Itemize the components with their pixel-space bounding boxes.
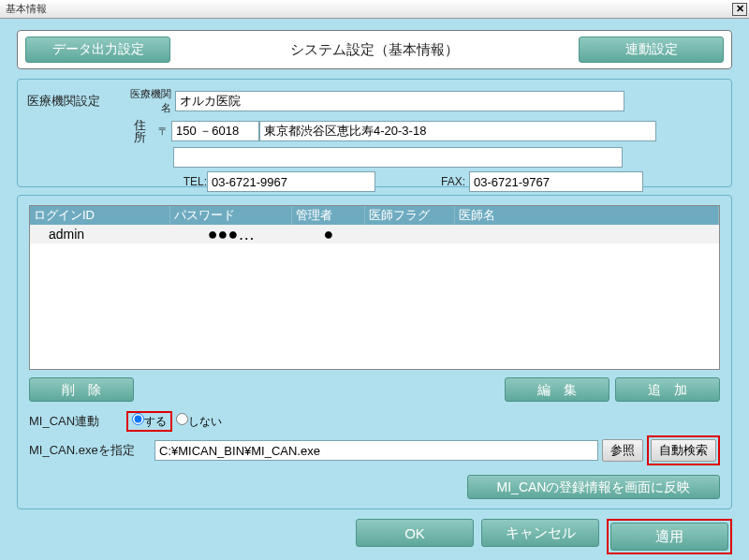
radio-yes[interactable]: する	[132, 415, 167, 428]
close-icon[interactable]: ✕	[732, 3, 747, 16]
ok-button[interactable]: OK	[356, 519, 474, 547]
fax-input[interactable]	[469, 171, 643, 192]
users-section: ログインID パスワード 管理者 医師フラグ 医師名 admin ●●●… ● …	[17, 195, 732, 509]
zip-input[interactable]	[171, 121, 259, 141]
link-settings-button[interactable]: 連動設定	[579, 37, 724, 63]
th-admin: 管理者	[292, 206, 365, 225]
table-row[interactable]: admin ●●●… ●	[30, 225, 719, 243]
reflect-button[interactable]: MI_CANの登録情報を画面に反映	[467, 475, 720, 499]
facility-name-label: 医療機関名	[121, 87, 175, 115]
mican-path-label: MI_CAN.exeを指定	[29, 442, 151, 459]
facility-section-label: 医療機関設定	[27, 93, 121, 110]
mican-link-label: MI_CAN連動	[29, 413, 123, 430]
mican-path-input[interactable]	[154, 440, 598, 461]
window-title: 基本情報	[2, 2, 47, 16]
tel-input[interactable]	[207, 171, 375, 192]
apply-button[interactable]: 適用	[610, 523, 728, 551]
users-table[interactable]: ログインID パスワード 管理者 医師フラグ 医師名 admin ●●●… ●	[29, 205, 720, 370]
radio-no[interactable]: しない	[176, 413, 222, 430]
cancel-button[interactable]: キャンセル	[481, 519, 599, 547]
cell-admin: ●	[292, 225, 365, 244]
th-doctor-flag: 医師フラグ	[365, 206, 455, 225]
th-password: パスワード	[170, 206, 292, 225]
auto-search-button[interactable]: 自動検索	[651, 439, 716, 462]
address-label-2: 所	[132, 131, 147, 143]
address2-input[interactable]	[173, 147, 623, 168]
page-title: システム設定（基本情報）	[180, 41, 569, 59]
browse-button[interactable]: 参照	[602, 439, 643, 462]
tel-label: TEL:	[173, 175, 207, 188]
fax-label: FAX:	[432, 175, 465, 188]
zip-label: 〒	[158, 125, 171, 139]
facility-section: 医療機関設定 医療機関名 住 所 〒 TEL: FAX:	[17, 79, 732, 187]
edit-button[interactable]: 編 集	[505, 377, 609, 402]
address1-input[interactable]	[259, 121, 656, 141]
th-doctor-name: 医師名	[455, 206, 719, 225]
add-button[interactable]: 追 加	[615, 377, 720, 402]
th-login: ログインID	[30, 206, 170, 225]
facility-name-input[interactable]	[175, 91, 624, 111]
cell-password: ●●●…	[170, 225, 292, 244]
data-output-button[interactable]: データ出力設定	[25, 37, 170, 63]
delete-button[interactable]: 削 除	[29, 377, 134, 402]
cell-login: admin	[30, 227, 170, 242]
